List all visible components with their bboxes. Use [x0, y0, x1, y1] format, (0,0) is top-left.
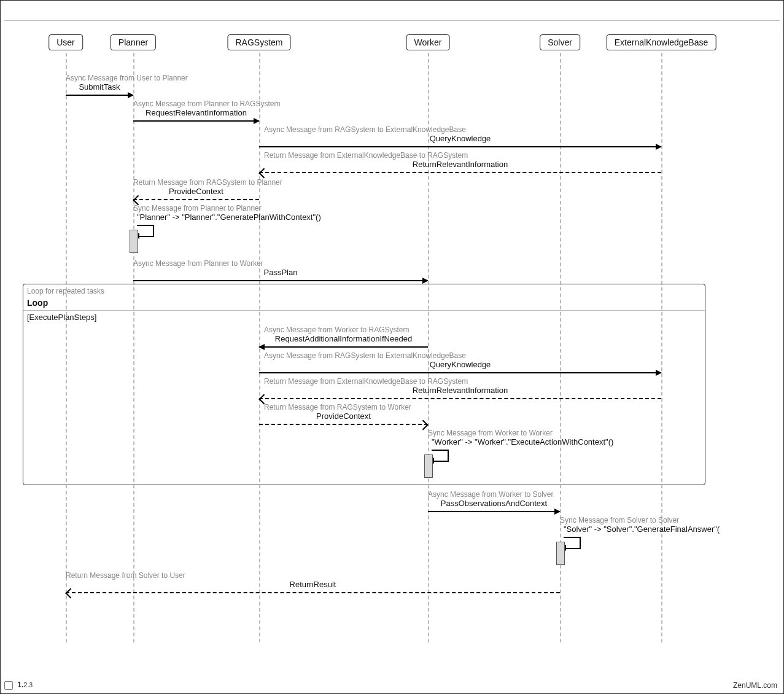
- participant-label: User: [56, 37, 75, 47]
- message-desc: Async Message from RAGSystem to External…: [259, 125, 661, 134]
- participant-ragsystem: RAGSystem: [227, 34, 290, 50]
- message-label: QueryKnowledge: [259, 360, 661, 369]
- message-return-relevant-info-1: Return Message from ExternalKnowledgeBas…: [259, 151, 661, 170]
- message-label: "Planner" -> "Planner"."GeneratePlanWith…: [133, 212, 321, 222]
- activation-planner: [130, 230, 138, 253]
- message-desc: Async Message from Worker to RAGSystem: [259, 326, 428, 334]
- message-desc: Async Message from RAGSystem to External…: [259, 351, 661, 360]
- message-desc: Sync Message from Planner to Planner: [133, 204, 321, 212]
- diagram-footer: 1.2.3 ZenUML.com: [4, 680, 777, 690]
- message-label: RequestRelevantInformation: [133, 108, 259, 117]
- participant-label: Solver: [548, 37, 572, 47]
- checkbox-icon[interactable]: [4, 681, 13, 690]
- participant-user: User: [49, 34, 83, 50]
- message-request-relevant-info: Async Message from Planner to RAGSystem …: [133, 99, 259, 118]
- message-label: PassPlan: [133, 268, 428, 277]
- message-label: PassObservationsAndContext: [428, 499, 560, 508]
- message-provide-context-2: Return Message from RAGSystem to Worker …: [259, 403, 428, 421]
- message-desc: Return Message from ExternalKnowledgeBas…: [259, 151, 661, 160]
- message-execute-action-with-context: Sync Message from Worker to Worker "Work…: [428, 429, 613, 446]
- diagram-header: [4, 4, 780, 21]
- message-desc: Return Message from Solver to User: [66, 571, 560, 580]
- message-label: ReturnRelevantInformation: [259, 160, 661, 169]
- message-query-knowledge-2: Async Message from RAGSystem to External…: [259, 351, 661, 370]
- fragment-desc: Loop for repeated tasks: [27, 287, 104, 295]
- fragment-separator: [23, 310, 705, 311]
- message-desc: Async Message from Planner to RAGSystem: [133, 99, 259, 108]
- participant-worker: Worker: [406, 34, 450, 50]
- message-desc: Async Message from Planner to Worker: [133, 259, 428, 268]
- brand-label: ZenUML.com: [733, 681, 777, 690]
- message-provide-context-1: Return Message from RAGSystem to Planner…: [133, 178, 259, 197]
- message-label: ProvideContext: [133, 187, 259, 196]
- message-label: ProvideContext: [259, 411, 428, 421]
- message-generate-plan-with-context: Sync Message from Planner to Planner "Pl…: [133, 204, 321, 222]
- message-label: "Solver" -> "Solver"."GenerateFinalAnswe…: [560, 524, 720, 534]
- version-major: 1.: [17, 680, 23, 689]
- message-desc: Return Message from RAGSystem to Planner: [133, 178, 259, 187]
- message-return-result: Return Message from Solver to User Retur…: [66, 571, 560, 590]
- message-label: SubmitTask: [66, 82, 133, 92]
- message-desc: Return Message from ExternalKnowledgeBas…: [259, 377, 661, 386]
- message-pass-observations-context: Async Message from Worker to Solver Pass…: [428, 490, 560, 509]
- participant-solver: Solver: [540, 34, 580, 50]
- message-generate-final-answer: Sync Message from Solver to Solver "Solv…: [560, 516, 720, 534]
- diagram-frame: User Planner RAGSystem Worker Solver Ext…: [0, 0, 784, 694]
- message-label: RequestAdditionalInformationIfNeeded: [259, 334, 428, 343]
- message-desc: Async Message from Worker to Solver: [428, 490, 560, 499]
- activation-worker: [424, 454, 433, 478]
- message-desc: Sync Message from Solver to Solver: [560, 516, 720, 524]
- diagram-canvas: User Planner RAGSystem Worker Solver Ext…: [4, 21, 780, 666]
- version-indicator: 1.2.3: [4, 680, 33, 690]
- message-desc: Async Message from User to Planner: [66, 74, 133, 82]
- version-patch: 3: [29, 682, 33, 688]
- message-desc: Return Message from RAGSystem to Worker: [259, 403, 428, 411]
- message-label: QueryKnowledge: [259, 134, 661, 143]
- activation-solver: [556, 542, 565, 565]
- participant-planner: Planner: [111, 34, 156, 50]
- participant-label: Planner: [118, 37, 148, 47]
- message-label: "Worker" -> "Worker"."ExecuteActionWithC…: [428, 437, 613, 446]
- message-pass-plan: Async Message from Planner to Worker Pas…: [133, 259, 428, 278]
- participant-label: ExternalKnowledgeBase: [615, 37, 708, 47]
- message-submit-task: Async Message from User to Planner Submi…: [66, 74, 133, 92]
- message-request-additional-info: Async Message from Worker to RAGSystem R…: [259, 326, 428, 344]
- message-return-relevant-info-2: Return Message from ExternalKnowledgeBas…: [259, 377, 661, 396]
- message-desc: Sync Message from Worker to Worker: [428, 429, 613, 437]
- version-minor: 2.: [23, 681, 29, 688]
- participant-label: Worker: [414, 37, 442, 47]
- message-label: ReturnResult: [66, 580, 560, 589]
- fragment-condition: [ExecutePlanSteps]: [27, 313, 96, 322]
- fragment-title: Loop: [27, 298, 48, 308]
- participant-externalknowledgebase: ExternalKnowledgeBase: [607, 34, 716, 50]
- message-query-knowledge-1: Async Message from RAGSystem to External…: [259, 125, 661, 144]
- participant-label: RAGSystem: [235, 37, 282, 47]
- message-label: ReturnRelevantInformation: [259, 386, 661, 395]
